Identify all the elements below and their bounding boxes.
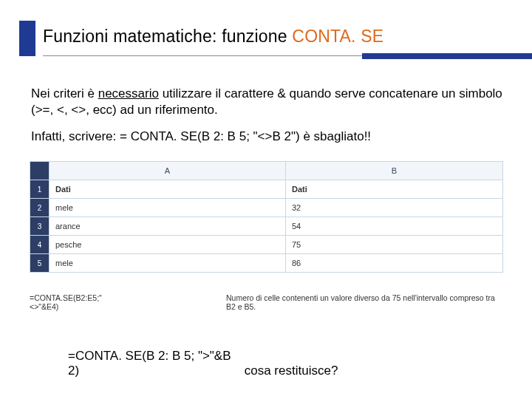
row-header: 1	[30, 180, 50, 199]
cell-a1: Dati	[50, 180, 286, 199]
title-divider	[43, 53, 532, 59]
question-prompt: cosa restituisce?	[245, 364, 338, 378]
p1-part-a: Nei criteri è	[31, 86, 98, 100]
divider-block	[362, 53, 532, 59]
col-header-b: B	[286, 162, 503, 180]
question-row: =CONTA. SE(B 2: B 5; ">"&B 2) cosa resti…	[68, 349, 338, 378]
title-accent-bar	[19, 21, 35, 56]
cell-a5: mele	[50, 254, 286, 273]
cell-b4: 75	[286, 236, 503, 254]
row-header: 2	[30, 199, 50, 217]
question-formula: =CONTA. SE(B 2: B 5; ">"&B 2)	[68, 349, 241, 378]
formula-example-row: =CONTA.SE(B2:E5;"<>"&E4) Numero di celle…	[30, 293, 502, 311]
slide-title: Funzioni matematiche: funzione CONTA. SE	[43, 27, 383, 47]
paragraph-1: Nei criteri è necessario utilizzare il c…	[31, 86, 504, 118]
cell-a2: mele	[50, 199, 286, 217]
cell-b5: 86	[286, 254, 503, 273]
table-row: 2 mele 32	[30, 199, 503, 217]
title-text-black: Funzioni matematiche: funzione	[43, 27, 292, 46]
cell-b3: 54	[286, 217, 503, 236]
body-text: Nei criteri è necessario utilizzare il c…	[31, 86, 504, 154]
table-row: 3 arance 54	[30, 217, 503, 236]
cell-b2: 32	[286, 199, 503, 217]
table-row: 1 Dati Dati	[30, 180, 503, 199]
slide: Funzioni matematiche: funzione CONTA. SE…	[0, 0, 532, 399]
formula-example-desc: Numero di celle contenenti un valore div…	[226, 293, 502, 311]
row-header: 5	[30, 254, 50, 273]
table-header-row: A B	[30, 162, 503, 180]
title-text-orange: CONTA. SE	[292, 27, 383, 46]
col-header-a: A	[50, 162, 286, 180]
row-header: 3	[30, 217, 50, 236]
corner-cell	[30, 162, 50, 180]
formula-example-formula: =CONTA.SE(B2:E5;"<>"&E4)	[30, 293, 123, 311]
table-row: 5 mele 86	[30, 254, 503, 273]
paragraph-2: Infatti, scrivere: = CONTA. SE(B 2: B 5;…	[31, 129, 504, 145]
cell-a3: arance	[50, 217, 286, 236]
cell-a4: pesche	[50, 236, 286, 254]
divider-line	[43, 55, 362, 56]
p1-part-b: necessario	[98, 86, 159, 100]
cell-b1: Dati	[286, 180, 503, 199]
row-header: 4	[30, 236, 50, 254]
table-row: 4 pesche 75	[30, 236, 503, 254]
spreadsheet-example: A B 1 Dati Dati 2 mele 32 3 arance 54 4 …	[30, 161, 502, 311]
spreadsheet-table: A B 1 Dati Dati 2 mele 32 3 arance 54 4 …	[30, 161, 503, 273]
